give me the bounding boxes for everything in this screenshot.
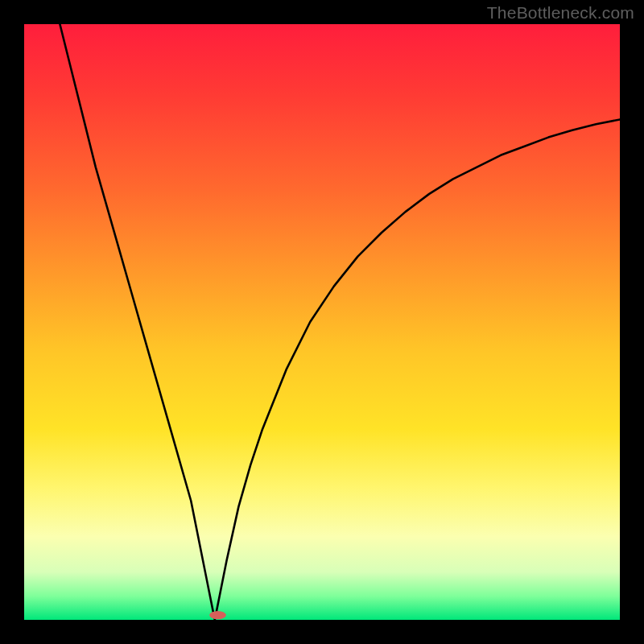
dip-marker <box>209 611 226 619</box>
chart-frame: TheBottleneck.com <box>0 0 644 644</box>
curve-svg <box>24 24 620 620</box>
bottleneck-curve <box>60 24 620 620</box>
watermark-text: TheBottleneck.com <box>487 3 634 23</box>
plot-area <box>24 24 620 620</box>
